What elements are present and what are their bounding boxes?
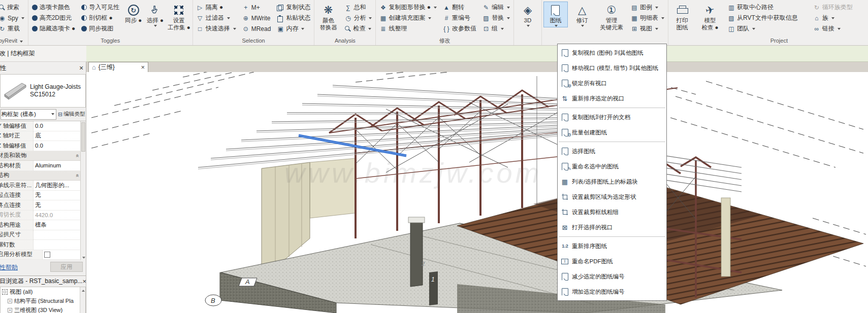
edit-button[interactable]: ✎编辑 xyxy=(481,2,511,13)
replace-button[interactable]: ▨替换 xyxy=(481,13,511,23)
highlight-2d-toggle[interactable]: 高亮2D图元 xyxy=(30,13,77,23)
menu-item-lock-all-viewports[interactable]: ⊙锁定所有视口 xyxy=(558,76,666,91)
properties-scrollbar[interactable] xyxy=(80,121,86,260)
schedule-button[interactable]: ▦明细表 xyxy=(629,13,666,23)
memory-button[interactable]: ▣内存 xyxy=(275,23,312,34)
property-row[interactable]: 单线示意符...几何图形的... xyxy=(0,181,86,191)
type-preview[interactable]: Light Gauge-Joists SC15012 xyxy=(0,74,86,108)
close-icon[interactable]: × xyxy=(77,64,86,72)
print-sheets-button[interactable]: 打印 图纸 xyxy=(670,2,694,31)
model-check-button[interactable]: ✈ 模型 检查 ● xyxy=(697,2,723,31)
family-button[interactable]: ⌂族 xyxy=(812,13,854,23)
match-properties-button[interactable]: ❖复制图形替换 ● xyxy=(378,2,438,13)
reload-button[interactable]: ↻重载 xyxy=(0,23,26,34)
scroll-up-arrow[interactable] xyxy=(80,288,86,293)
property-row-analytical[interactable]: 启用分析模型 xyxy=(0,250,86,260)
sync-views-toggle[interactable]: 同步视图 xyxy=(80,23,121,34)
group-button[interactable]: ⊡组 xyxy=(481,23,511,34)
analyze-button[interactable]: ◷分析 xyxy=(343,13,373,23)
link-button[interactable]: ∞链接 xyxy=(812,23,854,34)
menu-item-reorder-sheets[interactable]: 1↓2重新排序图纸 xyxy=(558,238,666,254)
sync-button[interactable]: ↻同步 ● xyxy=(124,2,143,24)
property-row[interactable]: Z 轴偏移值0.0 xyxy=(0,141,86,151)
menu-item-batch-create-sheets[interactable]: ⚙批量创建图纸 xyxy=(558,125,666,140)
menu-item-copy-sheets-to-open-docs[interactable]: 复制图纸到打开的文档 xyxy=(558,110,666,125)
filter-button[interactable]: ▽过滤器 xyxy=(195,13,238,23)
menu-item-set-crop-region-to-shape[interactable]: 设置裁剪区域为选定形状 xyxy=(558,189,666,204)
flip-button[interactable]: ▲翻转 xyxy=(441,2,478,13)
edit-type-button[interactable]: ⊟ 编辑类型 xyxy=(58,111,85,118)
menu-item-set-crop-line-weight[interactable]: 设置裁剪框线粗细 xyxy=(558,204,666,220)
m-read-button[interactable]: ⊙MRead xyxy=(241,23,273,34)
model-view-canvas[interactable]: A B 1 2 www.bimzjw.com xyxy=(86,72,868,313)
expand-icon[interactable]: + xyxy=(8,308,12,312)
close-icon[interactable]: × xyxy=(82,277,86,285)
renumber-button[interactable]: #重编号 xyxy=(441,13,478,23)
menu-item-select-sheets[interactable]: 选择图纸 xyxy=(558,144,666,159)
get-central-path-button[interactable]: ▥获取中心路径 xyxy=(726,2,799,13)
fill-pattern-button[interactable]: ▦创建填充图案 xyxy=(378,13,438,23)
view-button[interactable]: ⊞视图 xyxy=(629,23,666,34)
setup-worksets-button[interactable]: 设置 工作集 ● xyxy=(168,2,190,31)
menu-item-increase-sheet-numbers[interactable]: 增加选定的图纸编号 xyxy=(558,284,666,299)
menu-item-decrease-sheet-numbers[interactable]: 减少选定的图纸编号 xyxy=(558,269,666,284)
sum-button[interactable]: ∑总和 xyxy=(343,2,373,13)
selected-purlin[interactable] xyxy=(299,135,406,156)
property-row[interactable]: Y 轴偏移值0.0 xyxy=(0,121,86,131)
property-row[interactable]: 结构用途檩条 xyxy=(0,220,86,230)
section-box-toggle[interactable]: 剖切框 ● xyxy=(80,13,121,23)
manage-key-elements-button[interactable]: ① 管理 关键元素 xyxy=(597,2,626,31)
property-row[interactable]: 起拱尺寸 xyxy=(0,230,86,240)
menu-item-move-viewport-to-sheets[interactable]: 移动视口 (模型, 细节) 到其他图纸 xyxy=(558,60,666,76)
spy-button[interactable]: ◉Spy xyxy=(0,13,26,23)
property-section-structure[interactable]: 结构« xyxy=(0,171,80,181)
purge-button[interactable]: 清除 xyxy=(864,2,868,27)
check-button[interactable]: 检查 xyxy=(343,23,373,34)
property-row[interactable]: 起点连接无 xyxy=(0,191,86,201)
revision-button[interactable]: △ 修订 xyxy=(570,2,594,27)
m-write-button[interactable]: ⊕MWrite xyxy=(241,13,273,23)
import-visibility-toggle[interactable]: 导入可见性 xyxy=(80,2,121,13)
change-params-button[interactable]: { }改参数值 xyxy=(441,23,478,34)
copy-state-button[interactable]: 复制状态 xyxy=(275,2,312,13)
properties-help-link[interactable]: 属性帮助 xyxy=(0,263,18,272)
browser-scrollbar[interactable] xyxy=(80,287,85,313)
menu-item-copy-viewport-to-sheets[interactable]: 复制视扣 (图例) 到其他图纸 xyxy=(558,45,666,60)
property-row[interactable]: Z 轴对正底 xyxy=(0,131,86,142)
menu-item-open-selected-viewports[interactable]: ⊠打开选择的视口 xyxy=(558,220,666,235)
type-selector[interactable]: 结构框架 (檩条) xyxy=(1,109,56,120)
property-row[interactable]: 终点连接无 xyxy=(0,200,86,211)
sheets-button[interactable]: 图纸 xyxy=(544,2,567,27)
3d-button[interactable]: ◈ 3D xyxy=(516,2,539,27)
property-row[interactable]: 结构材质Aluminum xyxy=(0,161,86,171)
isolate-button[interactable]: ▷隔离 ● xyxy=(195,2,238,13)
menu-item-list-titleblocks-on-sheets[interactable]: ▦列表/选择图纸上的标题块 xyxy=(558,174,666,189)
scrollbar-thumb[interactable] xyxy=(81,122,85,152)
tab-colors-toggle[interactable]: 选项卡颜色 xyxy=(30,2,77,13)
tree-item-3d-views[interactable]: + 三维视图 (3D View) xyxy=(1,305,85,313)
line-cleanup-button[interactable]: ≣线整理 xyxy=(378,23,438,34)
rvt-info-button[interactable]: ▧从RVT文件中获取信息 xyxy=(726,13,799,23)
property-row[interactable]: 螺钉数 xyxy=(0,240,86,250)
team-button[interactable]: ◫团队 xyxy=(726,23,799,34)
tab-3d-view[interactable]: ⌂ {三维} × xyxy=(88,62,148,72)
menu-item-rename-pdf-sheets[interactable]: I重命名PDF图纸 xyxy=(558,254,666,269)
tree-item-views[interactable]: 视图 (all) xyxy=(1,287,85,296)
close-icon[interactable]: × xyxy=(141,64,145,71)
expand-icon[interactable]: + xyxy=(8,299,12,303)
menu-item-rename-selected-sheets[interactable]: ✎重命名选中的图纸 xyxy=(558,159,666,174)
paste-state-button[interactable]: 粘贴状态 xyxy=(275,13,312,23)
select-button[interactable]: 选择 ● xyxy=(146,2,165,27)
legend-button[interactable]: ▤图例 xyxy=(629,2,666,13)
apply-button[interactable]: 应用 xyxy=(50,262,83,272)
checkbox-unchecked[interactable] xyxy=(44,252,50,258)
quick-select-button[interactable]: □快速选择 xyxy=(195,23,238,34)
m-plus-button[interactable]: +M+ xyxy=(241,2,273,13)
recolor-button[interactable]: ❋ 颜色 替换器 xyxy=(316,2,340,31)
property-section-materials[interactable]: 材质和装饰« xyxy=(0,151,80,161)
group-label-pyrevit[interactable]: pyRevit xyxy=(0,37,28,45)
search-button[interactable]: 搜索 xyxy=(0,2,26,13)
hide-tabs-toggle[interactable]: 隐藏选项卡 ● xyxy=(30,23,77,34)
menu-item-reorder-selected-viewports[interactable]: ⇅重新排序选定的视口 xyxy=(558,91,666,106)
tree-item-structural-plans[interactable]: + 结构平面 (Structural Pla xyxy=(1,296,85,305)
